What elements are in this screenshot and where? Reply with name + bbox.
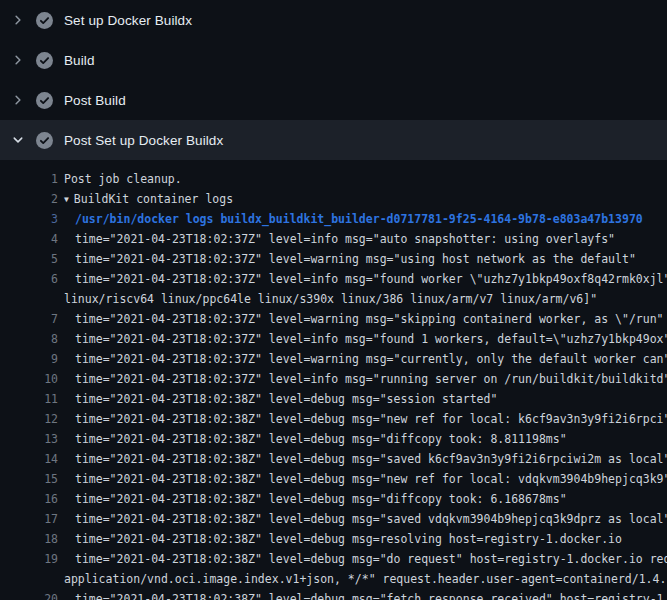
- check-circle-icon: [36, 52, 53, 69]
- log-line: 4time="2021-04-23T18:02:37Z" level=info …: [0, 229, 667, 249]
- log-group-label: BuildKit container logs: [74, 192, 233, 206]
- log-line-text: time="2021-04-23T18:02:37Z" level=info m…: [75, 329, 667, 349]
- log-command-text: /usr/bin/docker logs buildx_buildkit_bui…: [75, 209, 643, 229]
- step-label: Post Set up Docker Buildx: [64, 133, 223, 148]
- log-line-text: time="2021-04-23T18:02:37Z" level=warnin…: [75, 309, 664, 329]
- log-line-number[interactable]: 9: [0, 349, 58, 369]
- log-line-number[interactable]: 14: [0, 449, 58, 469]
- log-line: 1Post job cleanup.: [0, 169, 667, 189]
- log-line-continuation: linux/riscv64 linux/ppc64le linux/s390x …: [0, 289, 667, 309]
- log-line-number[interactable]: 8: [0, 329, 58, 349]
- log-line-text: time="2021-04-23T18:02:38Z" level=debug …: [75, 389, 497, 409]
- chevron-right-icon: [12, 14, 24, 26]
- log-line: 11time="2021-04-23T18:02:38Z" level=debu…: [0, 389, 667, 409]
- log-line: 20time="2021-04-23T18:02:38Z" level=debu…: [0, 589, 667, 600]
- log-line-number[interactable]: 13: [0, 429, 58, 449]
- chevron-right-icon: [12, 54, 24, 66]
- step-label: Post Build: [64, 93, 126, 108]
- log-line-text: time="2021-04-23T18:02:37Z" level=warnin…: [75, 349, 667, 369]
- log-line-number[interactable]: 3: [0, 209, 58, 229]
- step-label: Set up Docker Buildx: [64, 13, 192, 28]
- log-line: 6time="2021-04-23T18:02:37Z" level=info …: [0, 269, 667, 289]
- log-line-number[interactable]: 11: [0, 389, 58, 409]
- log-line: 16time="2021-04-23T18:02:38Z" level=debu…: [0, 489, 667, 509]
- log-line-number[interactable]: 17: [0, 509, 58, 529]
- chevron-right-icon: [12, 94, 24, 106]
- log-line-number[interactable]: 19: [0, 549, 58, 569]
- log-line-text: time="2021-04-23T18:02:37Z" level=info m…: [75, 369, 667, 389]
- log-line-number[interactable]: 18: [0, 529, 58, 549]
- log-line-number[interactable]: 1: [0, 169, 58, 189]
- step-row[interactable]: Post Build: [0, 80, 667, 120]
- step-row[interactable]: Set up Docker Buildx: [0, 0, 667, 40]
- check-circle-icon: [36, 92, 53, 109]
- log-line-text: time="2021-04-23T18:02:38Z" level=debug …: [75, 529, 622, 549]
- steps-list: Set up Docker BuildxBuildPost BuildPost …: [0, 0, 667, 160]
- log-line: 18time="2021-04-23T18:02:38Z" level=debu…: [0, 529, 667, 549]
- step-row[interactable]: Post Set up Docker Buildx: [0, 120, 667, 160]
- log-line: 15time="2021-04-23T18:02:38Z" level=debu…: [0, 469, 667, 489]
- log-line-number: [0, 289, 58, 309]
- log-line-text: application/vnd.oci.image.index.v1+json,…: [64, 569, 666, 589]
- log-line-text: time="2021-04-23T18:02:37Z" level=warnin…: [75, 249, 636, 269]
- log-line: 2▼BuildKit container logs: [0, 189, 667, 209]
- log-line-text: time="2021-04-23T18:02:38Z" level=debug …: [75, 409, 667, 429]
- log-view: 1Post job cleanup.2▼BuildKit container l…: [0, 160, 667, 600]
- log-line-text: time="2021-04-23T18:02:38Z" level=debug …: [75, 549, 667, 569]
- log-line-text: time="2021-04-23T18:02:38Z" level=debug …: [75, 469, 667, 489]
- log-line-text: time="2021-04-23T18:02:38Z" level=debug …: [75, 589, 667, 600]
- log-line-text: time="2021-04-23T18:02:38Z" level=debug …: [75, 429, 567, 449]
- log-line-text: linux/riscv64 linux/ppc64le linux/s390x …: [64, 289, 597, 309]
- log-line-text: time="2021-04-23T18:02:37Z" level=info m…: [75, 269, 667, 289]
- log-line-text: time="2021-04-23T18:02:37Z" level=info m…: [75, 229, 615, 249]
- log-line-number[interactable]: 15: [0, 469, 58, 489]
- log-line: 13time="2021-04-23T18:02:38Z" level=debu…: [0, 429, 667, 449]
- log-line: 12time="2021-04-23T18:02:38Z" level=debu…: [0, 409, 667, 429]
- log-line-number[interactable]: 7: [0, 309, 58, 329]
- check-circle-icon: [36, 12, 53, 29]
- log-line: 3/usr/bin/docker logs buildx_buildkit_bu…: [0, 209, 667, 229]
- log-line-text: Post job cleanup.: [64, 169, 182, 189]
- log-line-number[interactable]: 6: [0, 269, 58, 289]
- step-row[interactable]: Build: [0, 40, 667, 80]
- log-line-text: time="2021-04-23T18:02:38Z" level=debug …: [75, 489, 567, 509]
- log-line-continuation: application/vnd.oci.image.index.v1+json,…: [0, 569, 667, 589]
- triangle-down-icon: ▼: [64, 190, 69, 210]
- chevron-down-icon: [12, 134, 24, 146]
- check-circle-icon: [36, 132, 53, 149]
- log-line: 19time="2021-04-23T18:02:38Z" level=debu…: [0, 549, 667, 569]
- log-line-number: [0, 569, 58, 589]
- actions-log-panel: Set up Docker BuildxBuildPost BuildPost …: [0, 0, 667, 600]
- log-line-number[interactable]: 4: [0, 229, 58, 249]
- log-line-number[interactable]: 2: [0, 189, 58, 209]
- log-line-number[interactable]: 10: [0, 369, 58, 389]
- log-line: 14time="2021-04-23T18:02:38Z" level=debu…: [0, 449, 667, 469]
- log-line-text: time="2021-04-23T18:02:38Z" level=debug …: [75, 449, 667, 469]
- log-line-number[interactable]: 16: [0, 489, 58, 509]
- log-line: 8time="2021-04-23T18:02:37Z" level=info …: [0, 329, 667, 349]
- log-line: 9time="2021-04-23T18:02:37Z" level=warni…: [0, 349, 667, 369]
- log-line: 17time="2021-04-23T18:02:38Z" level=debu…: [0, 509, 667, 529]
- log-line-number[interactable]: 12: [0, 409, 58, 429]
- log-line-number[interactable]: 20: [0, 589, 58, 600]
- log-line-number[interactable]: 5: [0, 249, 58, 269]
- log-line-text: time="2021-04-23T18:02:38Z" level=debug …: [75, 509, 667, 529]
- log-group-toggle[interactable]: ▼BuildKit container logs: [64, 189, 233, 209]
- log-line: 5time="2021-04-23T18:02:37Z" level=warni…: [0, 249, 667, 269]
- log-line: 7time="2021-04-23T18:02:37Z" level=warni…: [0, 309, 667, 329]
- step-label: Build: [64, 53, 95, 68]
- log-line: 10time="2021-04-23T18:02:37Z" level=info…: [0, 369, 667, 389]
